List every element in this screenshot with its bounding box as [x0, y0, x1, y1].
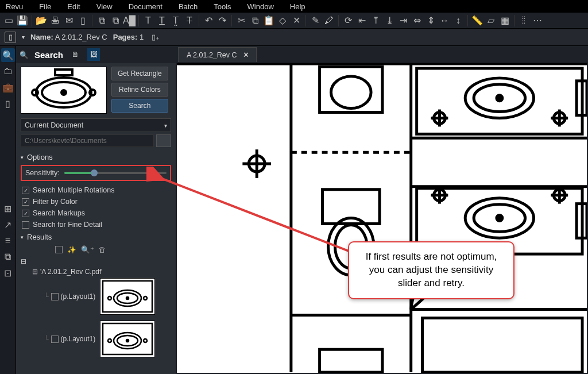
- hyperlink-icon[interactable]: 🔍⁺: [81, 245, 94, 254]
- pen-icon[interactable]: ✎: [309, 14, 322, 27]
- calibrate-icon[interactable]: ↗: [1, 218, 15, 232]
- paste-icon[interactable]: ⧉: [109, 14, 122, 27]
- path-input[interactable]: [21, 134, 154, 147]
- sensitivity-slider[interactable]: [64, 172, 167, 174]
- svg-point-10: [108, 296, 111, 300]
- undo-icon[interactable]: ↶: [202, 14, 215, 27]
- menu-batch[interactable]: Batch: [179, 2, 198, 11]
- cut-icon[interactable]: ✂: [235, 14, 247, 27]
- close-tab-icon[interactable]: ✕: [243, 51, 249, 59]
- results-header[interactable]: ▾ Results: [21, 230, 171, 244]
- svg-point-2: [61, 90, 66, 95]
- result-item[interactable]: (p.Layout1): [61, 292, 96, 300]
- menu-help[interactable]: Help: [290, 2, 305, 11]
- menu-view[interactable]: View: [96, 2, 113, 11]
- align-top-icon[interactable]: ⤒: [369, 14, 382, 27]
- open-icon[interactable]: ▭: [2, 14, 15, 27]
- sensitivity-highlight: Sensitivity:: [21, 165, 171, 181]
- svg-point-15: [126, 340, 129, 342]
- rotations-checkbox[interactable]: ✓: [22, 187, 29, 194]
- thumbnails-icon[interactable]: ▯: [1, 97, 15, 110]
- document-viewport[interactable]: [177, 63, 587, 373]
- document-tab[interactable]: A 2.01.2_Rev C ✕: [178, 47, 257, 62]
- search-icon: 🔍: [20, 51, 29, 59]
- menu-window[interactable]: Window: [247, 2, 274, 11]
- menu-edit[interactable]: Edit: [67, 2, 80, 11]
- align-hcenter-icon[interactable]: ⇔: [411, 14, 423, 27]
- squiggly-icon[interactable]: T̰: [169, 14, 182, 27]
- count-icon[interactable]: ⦙⦙: [517, 14, 530, 27]
- svg-rect-57: [320, 349, 382, 372]
- briefcase-icon[interactable]: 💼: [1, 80, 15, 94]
- menu-document[interactable]: Document: [129, 2, 163, 11]
- highlight-icon[interactable]: 🖍: [323, 14, 335, 27]
- redo-icon[interactable]: ↷: [216, 14, 229, 27]
- layers-icon[interactable]: ≡: [1, 234, 15, 248]
- chevron-down-icon[interactable]: ▾: [22, 34, 25, 40]
- align-left-icon[interactable]: ⇤: [355, 14, 368, 27]
- save-icon[interactable]: 💾: [16, 14, 29, 27]
- page-icon[interactable]: ▯: [76, 14, 89, 27]
- result-checkbox[interactable]: [51, 293, 59, 300]
- apply-icon[interactable]: ✨: [67, 245, 76, 254]
- get-rectangle-button[interactable]: Get Rectangle: [111, 67, 168, 80]
- file-access-icon[interactable]: 🗀: [1, 64, 15, 78]
- filter-color-checkbox[interactable]: ✓: [22, 198, 29, 206]
- new-page-icon[interactable]: ▯₊: [149, 31, 162, 44]
- underline-icon[interactable]: T: [156, 14, 168, 27]
- search-button[interactable]: Search: [111, 99, 168, 113]
- scope-select[interactable]: Current Document ▾: [21, 118, 171, 132]
- collapse-icon[interactable]: ⊟: [32, 268, 38, 276]
- eraser-icon[interactable]: ◇: [276, 14, 289, 27]
- menu-tools[interactable]: Tools: [214, 2, 231, 11]
- search-preview: [21, 67, 107, 114]
- distribute-h-icon[interactable]: ↔: [438, 14, 451, 27]
- align-right-icon[interactable]: ⇥: [397, 14, 409, 27]
- measure-icon[interactable]: 📏: [471, 14, 483, 27]
- result-item[interactable]: (p.Layout1): [61, 335, 96, 343]
- strike-icon[interactable]: T: [183, 14, 196, 27]
- menu-revu[interactable]: Revu: [6, 2, 23, 11]
- menu-file[interactable]: File: [39, 2, 51, 11]
- settings-icon[interactable]: ⊡: [1, 266, 15, 280]
- open-folder-icon[interactable]: 📂: [35, 14, 48, 27]
- copy2-icon[interactable]: ⧉: [249, 14, 261, 27]
- grid-icon[interactable]: ▦: [498, 14, 511, 27]
- result-checkbox[interactable]: [51, 336, 59, 343]
- annotation-callout: If first results are not optimum, you ca…: [348, 241, 514, 299]
- email-icon[interactable]: ✉: [63, 14, 75, 27]
- text-tool-icon[interactable]: T: [142, 14, 154, 27]
- distribute-v-icon[interactable]: ↕: [452, 14, 465, 27]
- result-file-name[interactable]: 'A 2.01.2_Rev C.pdf': [40, 268, 103, 276]
- align-vcenter-icon[interactable]: ⇕: [424, 14, 437, 27]
- delete-icon[interactable]: ✕: [290, 14, 303, 27]
- print-icon[interactable]: 🖶: [49, 14, 61, 27]
- rotations-label: Search Multiple Rotations: [33, 186, 114, 194]
- rotate-icon[interactable]: ⟳: [342, 14, 354, 27]
- properties-icon[interactable]: ⊞: [1, 202, 15, 215]
- document-area: A 2.01.2_Rev C ✕: [176, 46, 588, 374]
- textbox-icon[interactable]: A█: [123, 14, 136, 27]
- document-icon[interactable]: ▯: [5, 32, 16, 43]
- delete-result-icon[interactable]: 🗑: [99, 246, 106, 254]
- browse-button[interactable]: [156, 134, 171, 147]
- select-all-checkbox[interactable]: [55, 246, 63, 253]
- menubar: Revu File Edit View Document Batch Tools…: [0, 0, 588, 13]
- align-bottom-icon[interactable]: ⤓: [383, 14, 396, 27]
- copy-icon[interactable]: ⧉: [95, 14, 108, 27]
- text-search-icon[interactable]: 🗎: [69, 48, 82, 61]
- area-icon[interactable]: ▱: [485, 14, 497, 27]
- collapse-icon[interactable]: ⊟: [21, 257, 26, 265]
- drawing-content: [177, 63, 587, 373]
- more-icon[interactable]: ⋯: [531, 14, 544, 27]
- markups-checkbox[interactable]: ✓: [22, 210, 29, 217]
- links-icon[interactable]: ⧉: [1, 250, 15, 264]
- infobar: ▯ ▾ Name: A 2.01.2_Rev C Pages: 1 ▯₊: [0, 29, 588, 46]
- search-tab-icon[interactable]: 🔍: [1, 48, 15, 62]
- clipboard-icon[interactable]: 📋: [262, 14, 275, 27]
- visual-search-icon[interactable]: 🖼: [87, 48, 100, 61]
- chevron-down-icon: ▾: [164, 122, 167, 129]
- fine-detail-checkbox[interactable]: [22, 221, 29, 229]
- refine-colors-button[interactable]: Refine Colors: [111, 83, 168, 97]
- options-header[interactable]: ▾ Options: [21, 151, 171, 164]
